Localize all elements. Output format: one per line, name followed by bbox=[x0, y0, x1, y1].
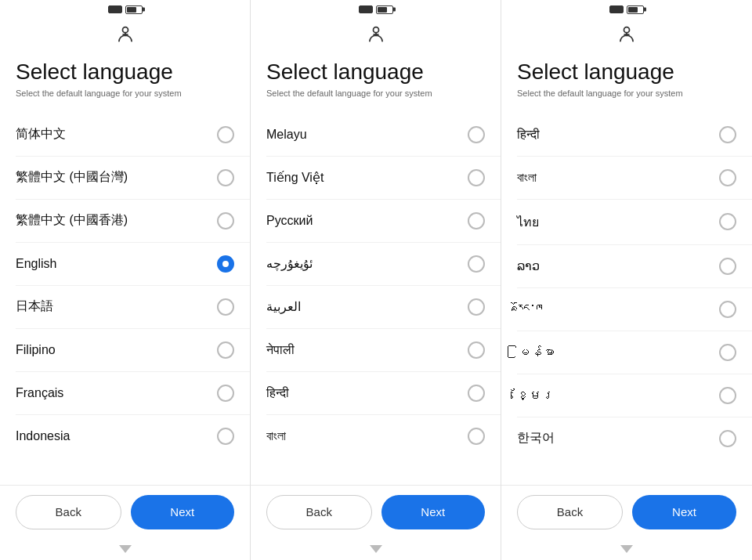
status-icons bbox=[359, 5, 393, 14]
panel-title: Select language bbox=[16, 59, 234, 85]
radio-button[interactable] bbox=[468, 341, 485, 359]
list-item[interactable]: 日本語 bbox=[16, 286, 250, 329]
bottom-bar: BackNext bbox=[0, 485, 250, 538]
list-item[interactable]: Русский bbox=[266, 200, 501, 243]
radio-button[interactable] bbox=[217, 255, 234, 273]
panel-header: Select languageSelect the default langua… bbox=[501, 52, 752, 101]
back-button[interactable]: Back bbox=[266, 495, 372, 529]
list-item[interactable]: ไทย bbox=[517, 200, 752, 245]
radio-button[interactable] bbox=[719, 126, 736, 143]
list-item[interactable]: Français bbox=[16, 372, 250, 415]
person-icon bbox=[0, 23, 250, 51]
status-bar bbox=[251, 0, 501, 19]
language-name: 日本語 bbox=[16, 298, 53, 315]
list-item[interactable]: English bbox=[16, 243, 250, 286]
next-button[interactable]: Next bbox=[131, 495, 235, 529]
language-list: 简体中文繁體中文 (中國台灣)繁體中文 (中國香港)English日本語Fili… bbox=[0, 114, 250, 485]
language-name: ລາວ bbox=[517, 258, 540, 273]
person-icon bbox=[501, 23, 752, 51]
list-item[interactable]: العربية bbox=[266, 286, 501, 329]
radio-button[interactable] bbox=[468, 255, 485, 273]
panel-header: Select languageSelect the default langua… bbox=[251, 52, 501, 101]
list-item[interactable]: বাংলা bbox=[266, 415, 501, 457]
radio-button[interactable] bbox=[719, 169, 736, 186]
list-item[interactable]: ខ្មែរ bbox=[517, 374, 752, 417]
radio-button[interactable] bbox=[468, 298, 485, 316]
radio-button[interactable] bbox=[217, 428, 234, 445]
language-list: हिन्दीবাংলাไทยລາວརྫོང་ཁမြန်မာខ្មែរ한국어 bbox=[501, 114, 752, 485]
list-item[interactable]: Melayu bbox=[266, 114, 501, 157]
radio-button[interactable] bbox=[217, 126, 234, 143]
nav-bar bbox=[501, 538, 752, 560]
language-name: Русский bbox=[266, 214, 313, 228]
list-item[interactable]: 繁體中文 (中國香港) bbox=[16, 200, 250, 243]
bottom-bar: BackNext bbox=[501, 485, 752, 538]
svg-point-0 bbox=[122, 27, 128, 33]
language-name: Melayu bbox=[266, 128, 307, 142]
list-item[interactable]: नेपाली bbox=[266, 329, 501, 372]
list-item[interactable]: རྫོང་ཁ bbox=[517, 288, 752, 331]
list-item[interactable]: 한국어 bbox=[517, 417, 752, 460]
status-icon-box bbox=[108, 5, 122, 13]
list-item[interactable]: 简体中文 bbox=[16, 114, 250, 157]
panel-subtitle: Select the default language for your sys… bbox=[266, 89, 485, 98]
list-item[interactable]: Tiếng Việt bbox=[266, 157, 501, 200]
radio-button[interactable] bbox=[217, 341, 234, 359]
back-nav-icon[interactable] bbox=[119, 545, 132, 553]
language-name: Tiếng Việt bbox=[266, 170, 324, 185]
language-list: MelayuTiếng ViệtРусскийئۇيغۇرچەالعربيةने… bbox=[251, 114, 501, 485]
list-item[interactable]: ئۇيغۇرچە bbox=[266, 243, 501, 286]
bottom-bar: BackNext bbox=[251, 485, 501, 538]
list-item[interactable]: हिन्दी bbox=[266, 372, 501, 415]
list-item[interactable]: Filipino bbox=[16, 329, 250, 372]
radio-button[interactable] bbox=[719, 387, 736, 404]
svg-point-3 bbox=[373, 27, 378, 33]
phone-panel-1: Select languageSelect the default langua… bbox=[0, 0, 251, 560]
next-button[interactable]: Next bbox=[381, 495, 486, 529]
radio-button[interactable] bbox=[217, 212, 234, 229]
list-item[interactable]: 繁體中文 (中國台灣) bbox=[16, 157, 250, 200]
person-icon bbox=[251, 23, 501, 51]
list-item[interactable]: ລາວ bbox=[517, 245, 752, 288]
language-name: हिन्दी bbox=[517, 128, 540, 142]
nav-bar bbox=[251, 538, 501, 560]
list-item[interactable]: हिन्दी bbox=[517, 114, 752, 157]
phone-panel-3: Select languageSelect the default langua… bbox=[501, 0, 752, 560]
battery-icon bbox=[376, 5, 393, 14]
language-name: ئۇيغۇرچە bbox=[266, 256, 313, 271]
language-name: 한국어 bbox=[517, 430, 555, 446]
language-name: 繁體中文 (中國香港) bbox=[16, 212, 128, 229]
phone-panel-2: Select languageSelect the default langua… bbox=[251, 0, 501, 560]
language-name: Français bbox=[16, 386, 63, 400]
radio-button[interactable] bbox=[468, 385, 485, 402]
battery-icon bbox=[125, 5, 143, 14]
list-item[interactable]: বাংলা bbox=[517, 157, 752, 200]
language-name: རྫོང་ཁ bbox=[517, 302, 542, 316]
radio-button[interactable] bbox=[217, 385, 234, 402]
radio-button[interactable] bbox=[468, 428, 485, 445]
language-name: English bbox=[16, 257, 56, 271]
back-button[interactable]: Back bbox=[16, 495, 121, 529]
language-name: Indonesia bbox=[16, 429, 70, 443]
radio-button[interactable] bbox=[217, 298, 234, 316]
language-name: বাংলা bbox=[266, 429, 286, 443]
radio-button[interactable] bbox=[468, 169, 485, 186]
panel-subtitle: Select the default language for your sys… bbox=[517, 89, 736, 98]
radio-button[interactable] bbox=[719, 213, 736, 230]
radio-button[interactable] bbox=[719, 258, 736, 275]
radio-button[interactable] bbox=[719, 430, 736, 447]
list-item[interactable]: မြန်မာ bbox=[517, 331, 752, 374]
panel-header: Select languageSelect the default langua… bbox=[0, 52, 250, 101]
back-nav-icon[interactable] bbox=[370, 545, 382, 553]
radio-button[interactable] bbox=[468, 126, 485, 143]
radio-button[interactable] bbox=[719, 344, 736, 361]
radio-button[interactable] bbox=[719, 301, 736, 318]
next-button[interactable]: Next bbox=[632, 495, 736, 529]
language-name: Filipino bbox=[16, 343, 56, 357]
panel-title: Select language bbox=[517, 59, 736, 85]
radio-button[interactable] bbox=[468, 212, 485, 229]
list-item[interactable]: Indonesia bbox=[16, 415, 250, 457]
back-nav-icon[interactable] bbox=[620, 545, 633, 553]
radio-button[interactable] bbox=[217, 169, 234, 186]
back-button[interactable]: Back bbox=[517, 495, 623, 529]
